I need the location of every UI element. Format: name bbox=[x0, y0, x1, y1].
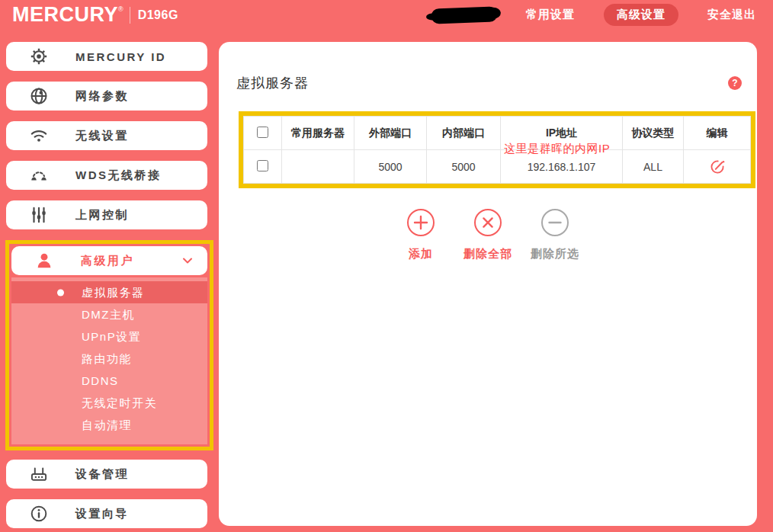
sidebar-highlight-box: 高级用户 虚拟服务器 DMZ主机 UPnP设置 路由功能 DDNS 无线定时开关… bbox=[5, 240, 213, 450]
delete-selected-button[interactable]: 删除所选 bbox=[521, 208, 589, 261]
submenu-item-label: DMZ主机 bbox=[82, 308, 135, 321]
sidebar: MERCURY ID 网络参数 无线设置 WDS无线桥接 上网控制 高级用户 bbox=[0, 42, 219, 532]
registered-mark: ® bbox=[118, 5, 123, 13]
protocol-cell: ALL bbox=[623, 150, 684, 184]
row-checkbox[interactable] bbox=[257, 160, 268, 171]
col-header-external-port: 外部端口 bbox=[354, 117, 427, 150]
submenu-item-auto-clean[interactable]: 自动清理 bbox=[11, 414, 207, 436]
submenu-item-label: 虚拟服务器 bbox=[82, 286, 145, 299]
help-icon[interactable]: ? bbox=[728, 76, 742, 90]
sidebar-item-label: 上网控制 bbox=[75, 208, 129, 223]
sidebar-item-label: 网络参数 bbox=[75, 89, 129, 104]
globe-icon bbox=[29, 86, 49, 106]
annotation-text: 这里是群晖的内网IP bbox=[504, 142, 610, 156]
submenu-item-label: UPnP设置 bbox=[82, 330, 141, 343]
submenu-item-label: DDNS bbox=[82, 374, 119, 387]
wifi-icon bbox=[29, 126, 49, 146]
nav-advanced-settings[interactable]: 高级设置 bbox=[604, 4, 678, 26]
brand-divider bbox=[130, 7, 130, 24]
add-button-label: 添加 bbox=[409, 247, 433, 261]
sidebar-item-label: 设置向导 bbox=[75, 507, 129, 521]
submenu-item-label: 路由功能 bbox=[82, 352, 132, 365]
advanced-user-submenu: 虚拟服务器 DMZ主机 UPnP设置 路由功能 DDNS 无线定时开关 自动清理 bbox=[11, 277, 207, 444]
row-select-cell bbox=[244, 150, 282, 184]
edit-icon[interactable] bbox=[709, 159, 726, 175]
add-button[interactable]: 添加 bbox=[387, 208, 454, 261]
sidebar-item-network-params[interactable]: 网络参数 bbox=[6, 82, 207, 111]
nav-logout[interactable]: 安全退出 bbox=[707, 8, 756, 22]
delete-all-button-label: 删除全部 bbox=[463, 247, 512, 261]
col-header-internal-port: 内部端口 bbox=[427, 117, 501, 150]
sidebar-item-wds-bridge[interactable]: WDS无线桥接 bbox=[6, 161, 207, 190]
header-nav: 常用设置 高级设置 安全退出 bbox=[431, 0, 773, 26]
bridge-icon bbox=[29, 165, 49, 185]
submenu-item-label: 自动清理 bbox=[82, 418, 132, 431]
delete-selected-circle-icon bbox=[540, 208, 569, 240]
col-header-edit: 编辑 bbox=[684, 117, 751, 150]
select-all-cell bbox=[244, 117, 282, 150]
submenu-item-label: 无线定时开关 bbox=[82, 396, 157, 409]
brand-block: MERCURY® D196G bbox=[0, 0, 178, 25]
model-label: D196G bbox=[138, 8, 178, 22]
redacted-credentials bbox=[431, 6, 498, 24]
action-buttons: 添加 删除全部 删除所选 bbox=[219, 208, 757, 261]
select-all-checkbox[interactable] bbox=[257, 127, 268, 138]
add-circle-icon bbox=[406, 208, 435, 240]
sidebar-item-advanced-user[interactable]: 高级用户 bbox=[11, 246, 207, 275]
content-panel: 虚拟服务器 ? 常用服务器 外部端口 内部端口 IP地址 协议类型 编辑 bbox=[219, 42, 757, 526]
page-title: 虚拟服务器 bbox=[236, 74, 309, 92]
delete-all-circle-icon bbox=[473, 208, 502, 240]
sidebar-item-device-management[interactable]: 设备管理 bbox=[6, 460, 207, 489]
router-icon bbox=[29, 464, 49, 484]
mercury-logo: MERCURY bbox=[12, 5, 118, 25]
sidebar-item-label: WDS无线桥接 bbox=[75, 168, 162, 183]
submenu-item-ddns[interactable]: DDNS bbox=[11, 370, 207, 392]
col-header-service: 常用服务器 bbox=[282, 117, 354, 150]
edit-cell bbox=[684, 150, 751, 184]
nav-common-settings[interactable]: 常用设置 bbox=[526, 8, 575, 22]
gear-icon bbox=[29, 46, 49, 66]
virtual-server-table: 常用服务器 外部端口 内部端口 IP地址 协议类型 编辑 5000 5000 1… bbox=[243, 116, 751, 184]
table-highlight-box: 常用服务器 外部端口 内部端口 IP地址 协议类型 编辑 5000 5000 1… bbox=[239, 111, 755, 188]
sidebar-item-mercury-id[interactable]: MERCURY ID bbox=[6, 42, 207, 71]
sidebar-item-wireless-settings[interactable]: 无线设置 bbox=[6, 121, 207, 150]
info-icon bbox=[29, 504, 49, 524]
internal-port-cell: 5000 bbox=[427, 150, 501, 184]
submenu-item-upnp[interactable]: UPnP设置 bbox=[11, 325, 207, 348]
submenu-item-routing[interactable]: 路由功能 bbox=[11, 348, 207, 370]
sidebar-item-label: 高级用户 bbox=[81, 254, 134, 268]
sidebar-item-label: 无线设置 bbox=[75, 129, 129, 143]
table-row: 5000 5000 192.168.1.107 ALL bbox=[244, 150, 751, 184]
sliders-icon bbox=[29, 205, 49, 225]
sidebar-item-internet-control[interactable]: 上网控制 bbox=[6, 200, 207, 229]
sidebar-item-label: 设备管理 bbox=[75, 467, 129, 482]
active-bullet-icon bbox=[57, 289, 64, 296]
service-cell bbox=[282, 150, 354, 184]
submenu-item-wifi-schedule[interactable]: 无线定时开关 bbox=[11, 392, 207, 414]
sidebar-item-setup-wizard[interactable]: 设置向导 bbox=[6, 499, 207, 528]
submenu-item-dmz-host[interactable]: DMZ主机 bbox=[11, 303, 207, 325]
sidebar-item-label: MERCURY ID bbox=[75, 50, 166, 63]
col-header-protocol: 协议类型 bbox=[623, 117, 684, 150]
delete-all-button[interactable]: 删除全部 bbox=[454, 208, 521, 261]
submenu-item-virtual-server[interactable]: 虚拟服务器 bbox=[11, 281, 207, 303]
top-header: MERCURY® D196G 常用设置 高级设置 安全退出 bbox=[0, 0, 773, 42]
table-header-row: 常用服务器 外部端口 内部端口 IP地址 协议类型 编辑 bbox=[244, 117, 751, 150]
chevron-down-icon bbox=[180, 253, 195, 268]
user-icon bbox=[34, 251, 54, 271]
delete-selected-button-label: 删除所选 bbox=[531, 247, 579, 261]
external-port-cell: 5000 bbox=[354, 150, 427, 184]
